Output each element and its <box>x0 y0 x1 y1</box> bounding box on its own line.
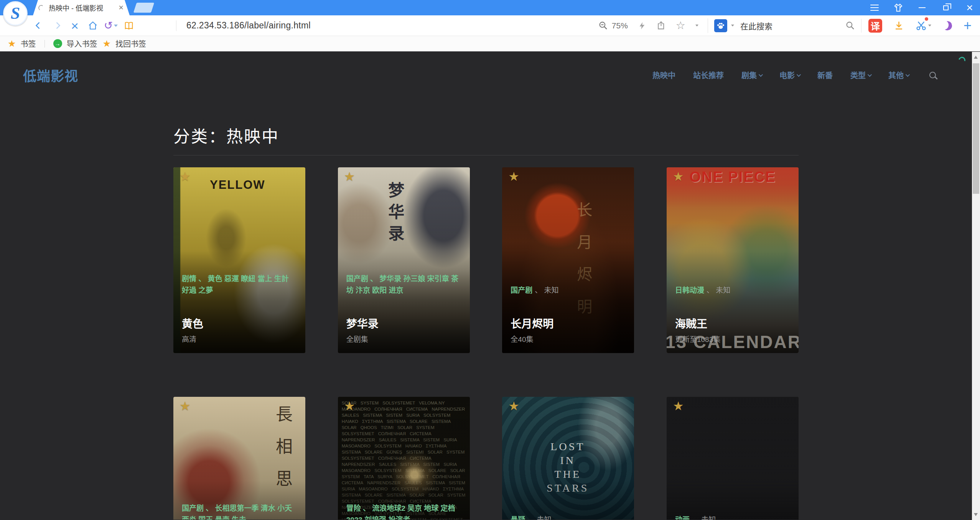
movie-card-liulangdiqiu2[interactable]: SOLAR SYSTEM SOLSYSTEMET VELOMA.NY MASOA… <box>338 397 470 520</box>
chevron-down-icon <box>759 72 763 76</box>
scrollbar-down-arrow[interactable] <box>974 513 978 516</box>
reading-mode-button[interactable] <box>124 21 134 31</box>
bookmark-item-import[interactable]: → 导入书签 <box>53 38 97 49</box>
chevron-down-icon[interactable] <box>695 25 698 26</box>
star-badge-icon: ★ <box>673 170 684 183</box>
poster-shade <box>502 397 634 520</box>
star-badge-icon: ★ <box>344 170 355 183</box>
browser-tab[interactable]: 热映中 - 低端影视 × <box>33 0 130 15</box>
scrollbar-thumb[interactable] <box>973 63 979 194</box>
site-header: 低端影视 热映中 站长推荐 剧集 电影 新番 类型 其他 <box>0 51 972 85</box>
chevron-down-icon <box>114 25 118 27</box>
movie-card-changyuejinming[interactable]: 长月烬明 ★ 国产剧、 未知 长月烬明 全40集 <box>502 167 634 353</box>
scrollbar[interactable] <box>972 52 980 520</box>
theme-skin-button[interactable] <box>893 3 903 13</box>
nav-item-other[interactable]: 其他 <box>888 69 909 81</box>
chevron-down-icon <box>868 72 872 76</box>
star-icon: ★ <box>103 39 111 48</box>
browser-logo[interactable]: S <box>3 1 28 26</box>
bookmark-page-icon[interactable]: ☆ <box>676 20 685 31</box>
tab-bar: S 热映中 - 低端影视 × × <box>0 0 980 15</box>
nav-item-movies[interactable]: 电影 <box>779 69 800 81</box>
movie-card-changxiangsi[interactable]: 長相思 ★ 国产剧 、 长相思第一季 清水 小夭 西炎 国王 悬壶 失去 <box>173 397 305 520</box>
movie-title: 长月烬明 <box>511 318 626 331</box>
movie-tags: 国产剧 、 梦华录 孙三娘 宋引章 茶坊 汴京 欧阳 进京 <box>346 273 461 296</box>
bookmarks-bar: ★ 书签 → 导入书签 ★ 找回书签 <box>0 36 980 51</box>
bookmark-label: 书签 <box>21 38 36 49</box>
bookmark-item-recover[interactable]: ★ 找回书签 <box>103 38 147 49</box>
movie-card-haizeiwang[interactable]: ONE PIECE 2013 CALENDAR ★ 日韩动漫、 未知 海贼王 更… <box>667 167 799 353</box>
zoom-out-icon[interactable] <box>598 21 608 30</box>
browser-toolbar: × ↺ 62.234.53.186/label/airing.html 75% … <box>0 15 980 36</box>
movie-card-lost-in-the-stars[interactable]: LOST IN THE STARS ★ 悬疑、 未知 <box>502 397 634 520</box>
poster-shade <box>338 397 470 520</box>
home-button[interactable] <box>88 21 98 31</box>
nav-label: 电影 <box>779 69 795 81</box>
night-mode-icon[interactable] <box>942 20 953 31</box>
site-search-icon[interactable] <box>929 72 936 78</box>
zoom-level[interactable]: 75% <box>612 21 628 30</box>
back-button[interactable] <box>34 21 44 31</box>
nav-item-airing[interactable]: 热映中 <box>652 69 675 81</box>
nav-label: 热映中 <box>652 69 675 81</box>
movie-card-menghualu[interactable]: 梦华录 ★ 国产剧 、 梦华录 孙三娘 宋引章 茶坊 汴京 欧阳 进京 梦华录 … <box>338 167 470 353</box>
window-controls: × <box>870 0 975 15</box>
paw-icon <box>716 21 725 30</box>
poster-shade <box>667 397 799 520</box>
refresh-button[interactable]: ↺ <box>106 21 116 31</box>
scrollbar-up-arrow[interactable] <box>974 56 978 59</box>
chevron-down-icon[interactable] <box>731 25 734 26</box>
search-input[interactable]: 在此搜索 <box>740 20 842 31</box>
movie-title: 黄色 <box>182 318 297 331</box>
browser-menu-button[interactable] <box>870 3 880 13</box>
forward-button[interactable] <box>52 21 62 31</box>
share-icon[interactable] <box>656 21 666 30</box>
nav-item-recommend[interactable]: 站长推荐 <box>693 69 724 81</box>
search-icon[interactable] <box>845 21 855 30</box>
bookmark-label: 导入书签 <box>67 38 97 49</box>
new-tab-button[interactable] <box>133 3 154 13</box>
bookmarks-separator <box>44 40 45 48</box>
nav-item-series[interactable]: 剧集 <box>741 69 762 81</box>
nav-item-genre[interactable]: 类型 <box>850 69 871 81</box>
star-badge-icon: ★ <box>180 400 191 412</box>
nav-item-new-anime[interactable]: 新番 <box>817 69 833 81</box>
tab-title: 热映中 - 低端影视 <box>49 3 115 13</box>
translate-button[interactable]: 译 <box>868 19 882 33</box>
movie-card-donghua[interactable]: ★ 动画、 未知 <box>667 397 799 520</box>
nav-label: 剧集 <box>741 69 757 81</box>
movie-card-huangse[interactable]: YELLOW ★ 剧情 、 黄色 惡運 瞭紐 當上 生計 好過 之夢 黄色 高清 <box>173 167 305 353</box>
restore-button[interactable] <box>941 3 951 13</box>
minimize-button[interactable] <box>917 3 927 13</box>
site-nav: 热映中 站长推荐 剧集 电影 新番 类型 其他 <box>652 69 936 81</box>
movie-tags: 日韩动漫、 未知 <box>675 285 790 296</box>
nav-label: 新番 <box>817 69 833 81</box>
add-extension-icon[interactable]: + <box>964 19 972 33</box>
star-icon: ★ <box>8 39 16 48</box>
search-box[interactable]: 在此搜索 <box>708 18 861 33</box>
poster-shade <box>173 397 305 520</box>
title-divider <box>173 155 799 155</box>
star-badge-icon: ★ <box>673 400 684 412</box>
movie-tags: 悬疑、 未知 <box>511 514 626 520</box>
url-text[interactable]: 62.234.53.186/label/airing.html <box>186 20 311 31</box>
download-icon[interactable] <box>894 20 904 31</box>
minimize-icon <box>919 7 926 8</box>
lightning-icon[interactable] <box>638 21 646 30</box>
star-badge-icon: ★ <box>344 400 355 412</box>
site-logo[interactable]: 低端影视 <box>23 65 78 85</box>
screenshot-button[interactable] <box>916 20 931 31</box>
tab-close-icon[interactable]: × <box>119 3 124 12</box>
forward-icon <box>53 22 60 29</box>
search-engine-paw-icon[interactable] <box>714 19 727 32</box>
chevron-down-icon <box>906 72 910 76</box>
notification-dot <box>925 17 928 21</box>
restore-icon <box>943 5 949 10</box>
movie-tags: 动画、 未知 <box>675 514 790 520</box>
back-icon <box>35 22 42 29</box>
stop-button[interactable]: × <box>70 21 80 31</box>
close-button[interactable]: × <box>965 3 975 13</box>
star-badge-icon: ★ <box>508 170 519 183</box>
star-badge-icon: ★ <box>180 170 191 183</box>
bookmark-item-shuqian[interactable]: ★ 书签 <box>8 38 36 49</box>
